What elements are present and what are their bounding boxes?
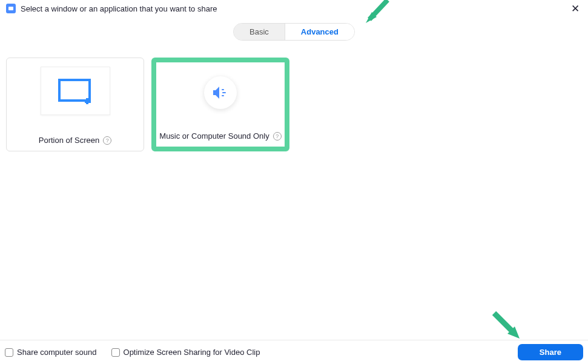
zoom-icon bbox=[6, 4, 16, 13]
checkbox-label: Share computer sound bbox=[17, 348, 97, 357]
option-label: Music or Computer Sound Only bbox=[159, 131, 269, 141]
tabs-container: Basic Advanced bbox=[0, 23, 588, 41]
checkbox-share-sound[interactable]: Share computer sound bbox=[5, 348, 97, 357]
tab-advanced[interactable]: Advanced bbox=[285, 24, 354, 40]
option-portion-of-screen[interactable]: Portion of Screen ? bbox=[6, 58, 144, 151]
option-music-sound[interactable]: Music or Computer Sound Only ? bbox=[151, 58, 289, 151]
options-content: Portion of Screen ? Music or Computer So… bbox=[0, 41, 588, 168]
screen-region-icon bbox=[57, 78, 93, 104]
header-title: Select a window or an application that y… bbox=[21, 4, 217, 13]
checkbox-optimize-video[interactable]: Optimize Screen Sharing for Video Clip bbox=[111, 348, 260, 357]
checkbox-icon bbox=[111, 348, 120, 357]
annotation-arrow-icon bbox=[363, 0, 392, 29]
help-icon[interactable]: ? bbox=[103, 136, 111, 145]
share-button[interactable]: Share bbox=[518, 344, 583, 360]
music-preview bbox=[186, 71, 256, 114]
option-label: Portion of Screen bbox=[39, 136, 99, 145]
tab-basic[interactable]: Basic bbox=[234, 24, 285, 40]
close-button[interactable]: ✕ bbox=[571, 4, 580, 14]
help-icon[interactable]: ? bbox=[273, 132, 282, 141]
portion-preview bbox=[41, 67, 110, 115]
svg-rect-0 bbox=[59, 80, 90, 101]
checkbox-label: Optimize Screen Sharing for Video Clip bbox=[124, 348, 260, 357]
footer: Share computer sound Optimize Screen Sha… bbox=[0, 340, 588, 364]
checkbox-icon bbox=[5, 348, 13, 357]
header: Select a window or an application that y… bbox=[0, 0, 588, 17]
speaker-icon bbox=[212, 85, 229, 100]
